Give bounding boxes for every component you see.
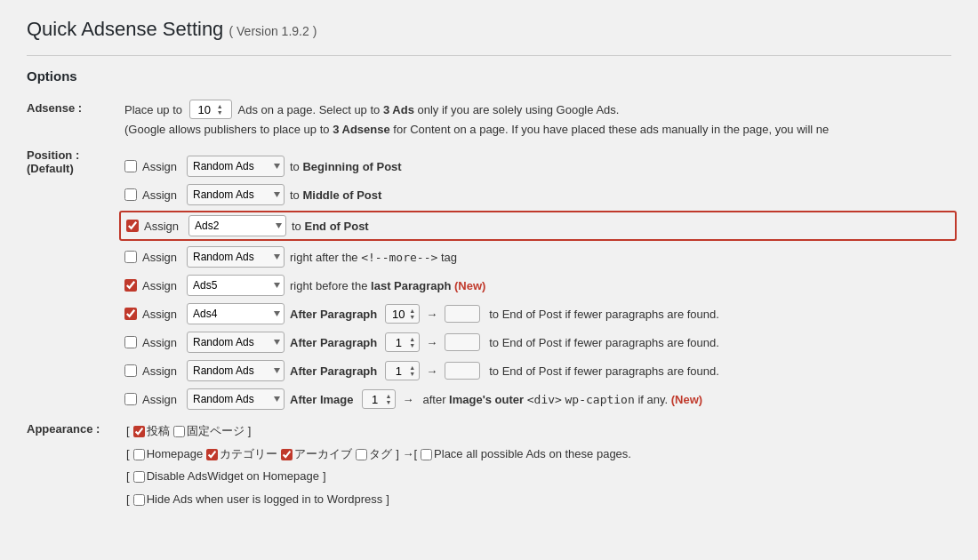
goto-box-1b	[445, 362, 480, 380]
para-1b-down[interactable]: ▼	[409, 371, 415, 377]
options-heading: Options	[27, 68, 951, 84]
checkbox-category[interactable]	[206, 449, 218, 460]
para-1b-arrows[interactable]: ▲ ▼	[409, 364, 415, 377]
checkbox-end[interactable]	[126, 220, 139, 232]
ads-select-para-1b[interactable]: Random Ads Ads1Ads2Ads3Ads4Ads5	[187, 360, 285, 381]
goto-box-1a	[445, 333, 480, 351]
position-row-image: Assign Random Ads Ads1Ads2Ads3Ads4Ads5 A…	[124, 385, 951, 413]
para-1b-up[interactable]: ▲	[409, 364, 415, 371]
position-row-last-para: Assign Random Ads Ads1Ads2Ads3Ads4 Ads5 …	[124, 271, 951, 300]
checkbox-middle[interactable]	[124, 188, 137, 201]
ads-select-beginning[interactable]: Random Ads Ads1Ads2Ads3Ads4Ads5	[187, 156, 285, 177]
para-1a-arrows[interactable]: ▲ ▼	[409, 336, 415, 348]
hide-ads-label: Hide Ads when user is logged in to Wordp…	[147, 489, 383, 511]
row-text-image-label: After Image	[290, 393, 354, 406]
ads-select-para-10[interactable]: Random Ads Ads1Ads2Ads3 Ads4 Ads5	[187, 303, 285, 324]
image-spinner[interactable]: ▲ ▼	[362, 389, 397, 409]
post-label: 投稿	[147, 420, 170, 443]
image-arrows[interactable]: ▲ ▼	[386, 393, 392, 405]
checkbox-disable-ads-widget[interactable]	[133, 471, 145, 483]
arrow-sym-image: →	[402, 393, 413, 406]
image-input[interactable]	[366, 393, 384, 406]
para-10-arrows[interactable]: ▲ ▼	[409, 308, 415, 320]
row-text-para-1b-label: After Paragraph	[290, 364, 377, 378]
category-label: カテゴリー	[220, 444, 277, 466]
checkbox-last-para[interactable]	[124, 279, 137, 292]
ads-select-image[interactable]: Random Ads Ads1Ads2Ads3Ads4Ads5	[187, 388, 285, 410]
row-text-para-1a-label: After Paragraph	[290, 336, 377, 349]
arrow-sym-1a: →	[426, 336, 437, 349]
adsense-label: Adsense :	[27, 96, 124, 143]
appearance-rows: [ 投稿 固定ページ ] [ Homepage カテゴリー	[124, 420, 951, 511]
checkbox-archive[interactable]	[281, 449, 293, 460]
ads-select-end[interactable]: Random Ads Ads1 Ads2 Ads3Ads4Ads5	[188, 215, 286, 236]
checkbox-para-1a[interactable]	[124, 336, 137, 348]
adsense-content: Place up to ▲ ▼ Ads on a page. Select up…	[124, 96, 951, 143]
row-text-para-1a-suffix: to End of Post if fewer paragraphs are f…	[489, 336, 719, 349]
appearance-row1: [ 投稿 固定ページ ]	[124, 420, 951, 443]
position-row-para-1a: Assign Random Ads Ads1Ads2Ads3Ads4Ads5 A…	[124, 328, 951, 356]
arrow-sym-10: →	[426, 308, 437, 321]
row-text-image-suffix: after Image's outer <div> wp-caption if …	[422, 393, 702, 406]
position-content: Assign Random Ads Ads1Ads2Ads3Ads4Ads5 t…	[124, 143, 951, 417]
row-text-para-10-suffix: to End of Post if fewer paragraphs are f…	[489, 308, 719, 321]
appearance-row3: [ Disable AdsWidget on Homepage ]	[124, 466, 951, 488]
row-text-end: to End of Post	[292, 220, 369, 233]
checkbox-beginning[interactable]	[124, 160, 137, 172]
row-text-last-para: right before the last Paragraph (New)	[290, 279, 485, 292]
checkbox-place-all[interactable]	[421, 449, 432, 460]
adsense-line1: Place up to ▲ ▼ Ads on a page. Select up…	[124, 100, 951, 119]
checkbox-para-1b[interactable]	[124, 364, 137, 377]
image-down[interactable]: ▼	[386, 399, 392, 405]
archive-label: アーカイブ	[294, 444, 352, 466]
checkbox-more[interactable]	[124, 251, 137, 263]
position-rows: Assign Random Ads Ads1Ads2Ads3Ads4Ads5 t…	[124, 152, 951, 413]
arrow-sym-1b: →	[426, 364, 437, 378]
adsense-line2: (Google allows publishers to place up to…	[124, 123, 951, 136]
para-10-up[interactable]: ▲	[409, 308, 415, 314]
spinner-down-icon[interactable]: ▼	[217, 109, 223, 116]
disable-ads-widget-label: Disable AdsWidget on Homepage	[147, 466, 319, 488]
row-text-para-10-label: After Paragraph	[290, 308, 377, 321]
para-10-down[interactable]: ▼	[409, 314, 415, 320]
checkbox-tag[interactable]	[356, 449, 367, 460]
para-1b-input[interactable]	[389, 364, 407, 378]
spinner-up-icon[interactable]: ▲	[217, 103, 223, 109]
ads-select-middle[interactable]: Random Ads Ads1Ads2Ads3Ads4Ads5	[187, 184, 285, 205]
version-label: ( Version 1.9.2 )	[228, 24, 317, 38]
para-10-spinner[interactable]: ▲ ▼	[385, 304, 420, 324]
spinner-arrows[interactable]: ▲ ▼	[217, 103, 223, 116]
goto-box-10	[445, 305, 480, 323]
position-row-para-1b: Assign Random Ads Ads1Ads2Ads3Ads4Ads5 A…	[124, 356, 951, 385]
position-label: Position : (Default)	[27, 143, 124, 417]
position-row-end: Assign Random Ads Ads1 Ads2 Ads3Ads4Ads5…	[119, 211, 957, 241]
checkbox-post[interactable]	[133, 426, 145, 437]
ads-select-para-1a[interactable]: Random Ads Ads1Ads2Ads3Ads4Ads5	[187, 332, 285, 353]
para-1a-down[interactable]: ▼	[409, 342, 415, 348]
fixed-page-label: 固定ページ	[187, 420, 244, 443]
checkbox-hide-ads[interactable]	[133, 494, 145, 506]
ads-select-more[interactable]: Random Ads Ads1Ads2Ads3Ads4Ads5	[187, 246, 285, 268]
appearance-row2: [ Homepage カテゴリー アーカイブ タグ ] →[ Place all…	[124, 444, 951, 466]
image-up[interactable]: ▲	[386, 393, 392, 399]
ads-count-spinner[interactable]: ▲ ▼	[189, 100, 232, 119]
checkbox-homepage[interactable]	[133, 449, 145, 460]
position-row-more: Assign Random Ads Ads1Ads2Ads3Ads4Ads5 r…	[124, 243, 951, 271]
para-10-input[interactable]	[389, 308, 407, 321]
appearance-content: [ 投稿 固定ページ ] [ Homepage カテゴリー	[124, 417, 951, 516]
row-text-more: right after the <!--more--> tag	[290, 251, 457, 264]
checkbox-para-10[interactable]	[124, 308, 137, 320]
para-1a-spinner[interactable]: ▲ ▼	[385, 332, 420, 352]
checkbox-image[interactable]	[124, 393, 137, 405]
para-1a-input[interactable]	[389, 336, 407, 349]
appearance-row4: [ Hide Ads when user is logged in to Wor…	[124, 489, 951, 511]
page-title: Quick Adsense Setting ( Version 1.9.2 )	[27, 18, 951, 41]
position-row-middle: Assign Random Ads Ads1Ads2Ads3Ads4Ads5 t…	[124, 180, 951, 209]
ads-count-input[interactable]	[194, 103, 215, 116]
para-1b-spinner[interactable]: ▲ ▼	[385, 361, 420, 380]
checkbox-fixed-page[interactable]	[173, 426, 185, 437]
ads-select-last-para[interactable]: Random Ads Ads1Ads2Ads3Ads4 Ads5	[187, 275, 285, 296]
position-row-beginning: Assign Random Ads Ads1Ads2Ads3Ads4Ads5 t…	[124, 152, 951, 180]
appearance-label: Appearance :	[27, 417, 124, 516]
para-1a-up[interactable]: ▲	[409, 336, 415, 342]
